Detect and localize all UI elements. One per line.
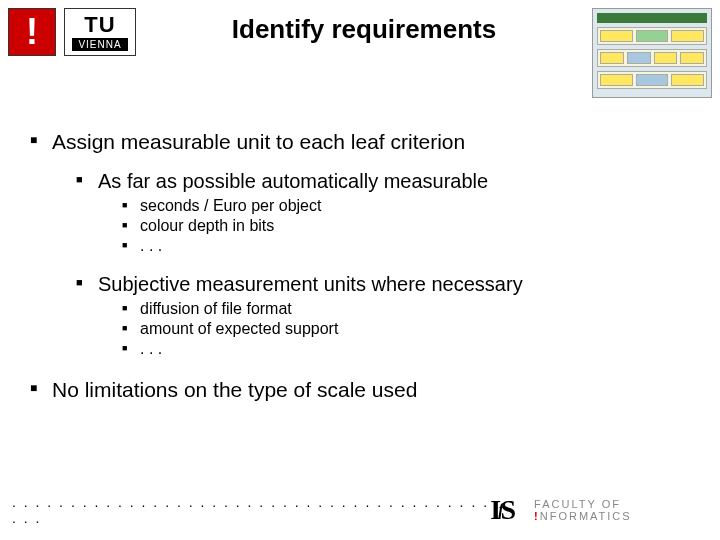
bullet-ellipsis-1: . . . (122, 237, 690, 255)
workflow-diagram-thumbnail (592, 8, 712, 98)
bullet-subjective-units: Subjective measurement units where neces… (76, 273, 690, 358)
bullet-no-limitations: No limitations on the type of scale used (30, 378, 690, 402)
bullet-auto-measurable: As far as possible automatically measura… (76, 170, 690, 255)
faculty-label: FACULTY OF !NFORMATICS (534, 498, 708, 522)
header: ! TU VIENNA Identify requirements (8, 8, 712, 64)
bullet-seconds-euro: seconds / Euro per object (122, 197, 690, 215)
logo-red-text: ! (26, 11, 38, 53)
logo-tu-vienna: TU VIENNA (64, 8, 136, 56)
logo-tu-top: TU (84, 14, 115, 36)
logo-tu-bottom: VIENNA (72, 38, 127, 51)
footer-dots: . . . . . . . . . . . . . . . . . . . . … (12, 494, 490, 526)
bullet-diffusion: diffusion of file format (122, 300, 690, 318)
slide-content: Assign measurable unit to each leaf crit… (30, 130, 690, 416)
logo-red-exclamation: ! (8, 8, 56, 56)
bullet-assign-unit: Assign measurable unit to each leaf crit… (30, 130, 690, 358)
slide-title: Identify requirements (136, 8, 592, 45)
bullet-ellipsis-2: . . . (122, 340, 690, 358)
ifs-logo: IfS (490, 494, 516, 526)
bullet-expected-support: amount of expected support (122, 320, 690, 338)
footer-right: IfS FACULTY OF !NFORMATICS (490, 494, 708, 526)
bullet-colour-depth: colour depth in bits (122, 217, 690, 235)
footer: . . . . . . . . . . . . . . . . . . . . … (12, 494, 708, 526)
